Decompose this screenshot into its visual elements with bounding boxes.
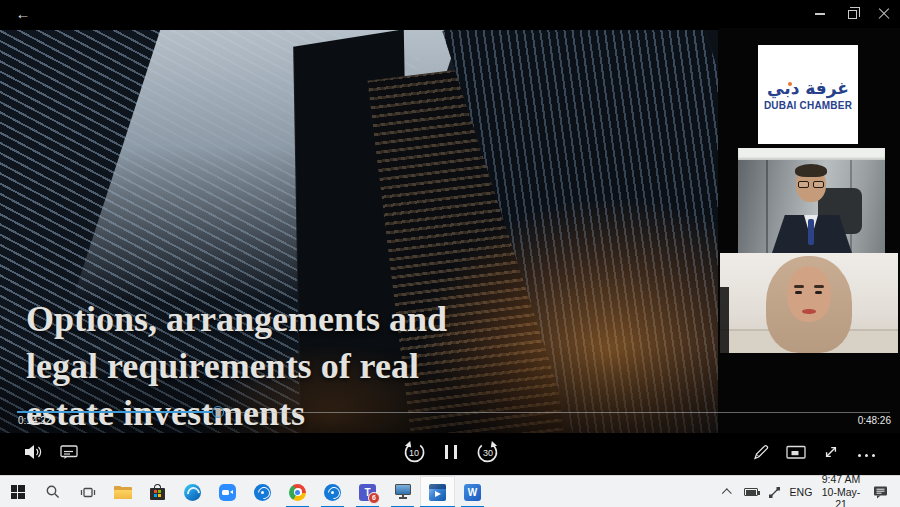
volume-button[interactable] bbox=[19, 437, 49, 467]
movies-tv-app-window: ← Options, arrangements and legal requir… bbox=[0, 0, 900, 507]
taskbar-app-buttons: T 6 W bbox=[0, 476, 490, 507]
seek-bar-track bbox=[226, 412, 890, 413]
pause-button[interactable] bbox=[436, 437, 466, 467]
window-controls bbox=[804, 0, 900, 28]
teams-button[interactable]: T 6 bbox=[350, 476, 385, 507]
more-options-button[interactable] bbox=[851, 437, 881, 467]
task-view-icon bbox=[80, 485, 96, 500]
zoom-app-button[interactable] bbox=[210, 476, 245, 507]
dubai-chamber-logo: غرفة دبي DUBAI CHAMBER bbox=[758, 45, 858, 144]
restore-icon bbox=[848, 10, 857, 19]
battery-tray-button[interactable] bbox=[741, 476, 761, 507]
playback-controls-bar: 10 30 bbox=[0, 433, 900, 475]
elapsed-time: 0:14:22 bbox=[18, 415, 51, 426]
ethernet-icon bbox=[768, 486, 781, 499]
speaker-face-graphic bbox=[815, 291, 822, 294]
movies-and-tv-icon bbox=[429, 484, 446, 501]
clock[interactable]: 9:47 AM 10-May-21 bbox=[816, 476, 866, 507]
speaker-face-graphic bbox=[802, 309, 816, 314]
video-content-frame: Options, arrangements and legal requirem… bbox=[0, 30, 718, 433]
skip-forward-30-button[interactable]: 30 bbox=[473, 437, 503, 467]
file-explorer-button[interactable] bbox=[105, 476, 140, 507]
chevron-up-icon bbox=[721, 488, 731, 498]
ink-annotation-button[interactable] bbox=[746, 437, 776, 467]
action-center-icon bbox=[873, 485, 888, 499]
speaker-hair-graphic bbox=[795, 164, 827, 177]
close-button[interactable] bbox=[868, 0, 900, 28]
speaker-tie-graphic bbox=[808, 219, 814, 245]
file-explorer-icon bbox=[114, 486, 132, 499]
slide-title-line: Options, arrangements and bbox=[26, 296, 586, 343]
fullscreen-button[interactable] bbox=[816, 437, 846, 467]
seek-bar[interactable] bbox=[17, 411, 890, 413]
monitor-app-icon bbox=[394, 484, 412, 500]
movies-and-tv-button[interactable] bbox=[420, 476, 455, 507]
word-icon: W bbox=[464, 484, 481, 501]
pen-icon bbox=[752, 443, 770, 461]
date-text: 10-May-21 bbox=[816, 486, 866, 507]
taskbar: T 6 W ENG bbox=[0, 475, 900, 507]
action-center-button[interactable] bbox=[868, 476, 892, 507]
skip-back-10-button[interactable]: 10 bbox=[399, 437, 429, 467]
monitor-app-button[interactable] bbox=[385, 476, 420, 507]
chrome-icon bbox=[289, 484, 306, 501]
video-player-stage[interactable]: Options, arrangements and legal requirem… bbox=[0, 28, 900, 433]
edge-icon bbox=[184, 484, 201, 501]
office-ceiling-graphic bbox=[738, 148, 885, 160]
taskbar-search-button[interactable] bbox=[35, 476, 70, 507]
logo-english-text: DUBAI CHAMBER bbox=[764, 100, 852, 111]
pause-icon bbox=[442, 445, 460, 459]
back-arrow-icon: ← bbox=[16, 5, 31, 22]
mini-view-button[interactable] bbox=[781, 437, 811, 467]
restore-button[interactable] bbox=[836, 0, 868, 28]
captions-button[interactable] bbox=[54, 437, 84, 467]
spiral-app-icon bbox=[324, 484, 341, 501]
shadow-graphic bbox=[720, 287, 729, 353]
zoom-app-icon bbox=[219, 484, 236, 501]
spiral-app-2-button[interactable] bbox=[315, 476, 350, 507]
speaker-face-graphic bbox=[814, 285, 824, 288]
back-button[interactable]: ← bbox=[8, 0, 38, 28]
network-tray-button[interactable] bbox=[765, 476, 783, 507]
ellipsis-icon bbox=[856, 443, 877, 461]
task-view-button[interactable] bbox=[70, 476, 105, 507]
logo-accent-dot bbox=[788, 82, 792, 86]
title-bar: ← bbox=[0, 0, 900, 28]
spiral-app-icon bbox=[254, 484, 271, 501]
speaker-face-graphic bbox=[795, 291, 802, 294]
minimize-icon bbox=[815, 13, 825, 15]
skip-back-label: 10 bbox=[401, 448, 427, 458]
webinar-sidebar: غرفة دبي DUBAI CHAMBER bbox=[718, 28, 900, 433]
total-duration: 0:48:26 bbox=[858, 415, 891, 426]
edge-button[interactable] bbox=[175, 476, 210, 507]
mini-view-icon bbox=[786, 445, 806, 460]
office-wall-graphic bbox=[766, 160, 768, 253]
search-icon bbox=[45, 484, 61, 500]
language-indicator[interactable]: ENG bbox=[788, 476, 814, 507]
seek-bar-progress bbox=[17, 411, 212, 413]
fullscreen-icon bbox=[822, 443, 840, 461]
skip-forward-label: 30 bbox=[475, 448, 501, 458]
volume-icon bbox=[24, 444, 44, 460]
minimize-button[interactable] bbox=[804, 0, 836, 28]
word-button[interactable]: W bbox=[455, 476, 490, 507]
webcam-thumbnail-speaker-1 bbox=[738, 148, 885, 253]
seek-handle[interactable] bbox=[212, 406, 224, 418]
teams-notification-badge: 6 bbox=[368, 492, 380, 504]
close-icon bbox=[878, 8, 890, 20]
show-hidden-icons-button[interactable] bbox=[718, 476, 736, 507]
chrome-button[interactable] bbox=[280, 476, 315, 507]
logo-arabic-text: غرفة دبي bbox=[767, 78, 849, 98]
microsoft-store-icon bbox=[150, 484, 165, 500]
time-text: 9:47 AM bbox=[822, 473, 861, 486]
speaker-glasses-graphic bbox=[798, 181, 824, 188]
spiral-app-button[interactable] bbox=[245, 476, 280, 507]
microsoft-store-button[interactable] bbox=[140, 476, 175, 507]
webcam-thumbnail-speaker-2 bbox=[720, 253, 898, 353]
captions-icon bbox=[59, 444, 79, 460]
teams-icon: T 6 bbox=[359, 484, 376, 501]
start-button[interactable] bbox=[0, 476, 35, 507]
battery-icon bbox=[744, 488, 758, 496]
windows-logo-icon bbox=[11, 485, 25, 499]
slide-title-line: legal requirements of real bbox=[26, 343, 586, 390]
